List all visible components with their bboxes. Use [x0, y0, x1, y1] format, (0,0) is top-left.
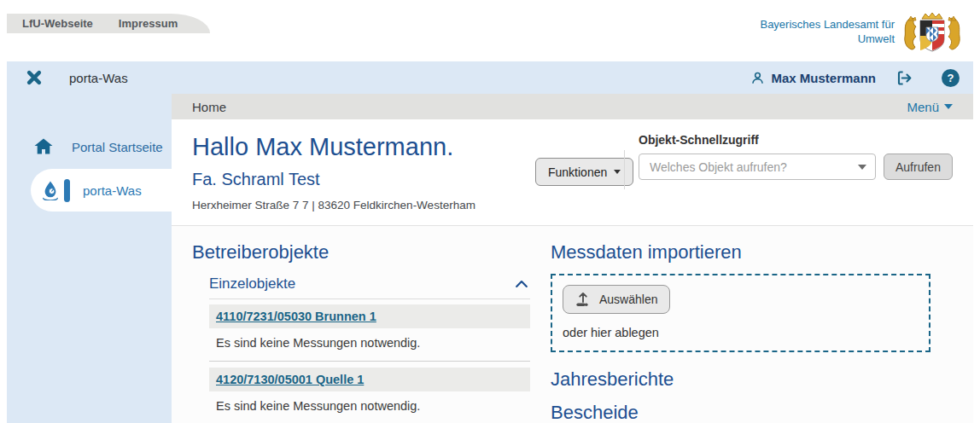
app-bar: porta-Was Max Mustermann ?	[7, 61, 973, 94]
chevron-down-icon	[858, 165, 866, 170]
chevron-down-icon	[944, 104, 953, 109]
single-objects-group: Einzelobjekte 4110/7231/05030 Brunnen 1 …	[209, 275, 530, 423]
functions-button[interactable]: Funktionen	[535, 158, 633, 186]
home-icon	[32, 136, 55, 157]
import-panel: Messdaten importieren Auswählen oder hie…	[551, 236, 930, 423]
annual-reports-title: Jahresberichte	[551, 368, 930, 391]
object-list-item: 4120/7130/05001 Quelle 1 Es sind keine M…	[209, 368, 530, 423]
porta-was-icon	[39, 180, 61, 200]
object-link[interactable]: 4120/7130/05001 Quelle 1	[216, 373, 364, 386]
upload-icon	[575, 291, 592, 308]
object-quick-access: Objekt-Schnellzugriff Aufrufen	[639, 133, 953, 180]
greeting-heading: Hallo Max Mustermann.	[192, 133, 453, 161]
sidebar-item-porta-was[interactable]: porta-Was	[31, 169, 172, 212]
user-menu[interactable]: Max Mustermann	[750, 70, 876, 86]
object-status: Es sind keine Messungen notwendig.	[216, 399, 530, 413]
sidebar: Portal Startseite porta-Was	[7, 94, 172, 423]
functions-button-label: Funktionen	[548, 165, 607, 179]
user-name: Max Mustermann	[771, 71, 876, 85]
object-link-bar: 4110/7231/05030 Brunnen 1	[209, 304, 530, 328]
impressum-link[interactable]: Impressum	[119, 17, 178, 30]
menu-dropdown[interactable]: Menü	[907, 100, 953, 114]
breadcrumb: Home Menü	[172, 94, 973, 119]
object-status: Es sind keine Messungen notwendig.	[216, 336, 530, 350]
app-frame: LfU-Webseite Impressum Bayerisches Lande…	[7, 0, 973, 423]
drop-hint: oder hier ablegen	[563, 326, 919, 339]
company-address: Herxheimer Straße 7 7 | 83620 Feldkirche…	[192, 199, 475, 212]
file-dropzone[interactable]: Auswählen oder hier ablegen	[551, 274, 930, 352]
company-name: Fa. Schraml Test	[192, 170, 320, 189]
object-link[interactable]: 4110/7231/05030 Brunnen 1	[216, 310, 376, 323]
close-icon[interactable]	[26, 69, 43, 86]
select-file-button[interactable]: Auswählen	[563, 285, 670, 314]
quick-access-row: Aufrufen	[639, 154, 953, 180]
chevron-down-icon	[614, 170, 621, 174]
lfu-website-link[interactable]: LfU-Webseite	[22, 17, 93, 30]
breadcrumb-home[interactable]: Home	[192, 100, 226, 114]
body-row: Portal Startseite porta-Was Home	[7, 94, 973, 423]
content-columns: Betreiberobjekte Einzelobjekte 4110/7231…	[172, 226, 973, 423]
notices-title: Bescheide	[551, 402, 930, 423]
single-objects-title: Einzelobjekte	[209, 275, 295, 293]
quick-access-label: Objekt-Schnellzugriff	[639, 133, 953, 147]
operator-objects-panel: Betreiberobjekte Einzelobjekte 4110/7231…	[192, 236, 532, 423]
welcome-section: Hallo Max Mustermann. Fa. Schraml Test H…	[172, 119, 973, 226]
object-link-bar: 4120/7130/05001 Quelle 1	[209, 368, 530, 391]
bavaria-coat-of-arms	[900, 9, 965, 53]
help-icon[interactable]: ?	[942, 69, 960, 87]
porta-was-icon-bar	[64, 179, 70, 202]
sidebar-item-portal-startseite[interactable]: Portal Startseite	[7, 130, 172, 164]
object-list-item: 4110/7231/05030 Brunnen 1 Es sind keine …	[209, 304, 530, 362]
sidebar-item-label: porta-Was	[83, 183, 142, 198]
list-divider	[209, 361, 530, 362]
external-links-bar: LfU-Webseite Impressum	[7, 14, 210, 33]
logout-icon[interactable]	[895, 69, 913, 87]
top-strip: LfU-Webseite Impressum Bayerisches Lande…	[7, 0, 973, 61]
sidebar-item-label: Portal Startseite	[72, 140, 163, 154]
single-objects-header[interactable]: Einzelobjekte	[209, 275, 530, 299]
app-title: porta-Was	[69, 71, 128, 85]
user-icon	[750, 70, 766, 86]
main-area: Home Menü Hallo Max Mustermann. Fa. Schr…	[172, 94, 973, 423]
operator-objects-title: Betreiberobjekte	[192, 241, 532, 264]
import-title: Messdaten importieren	[551, 241, 930, 264]
call-button[interactable]: Aufrufen	[884, 154, 953, 180]
object-select-combobox[interactable]	[639, 154, 876, 180]
object-select-input[interactable]	[648, 159, 858, 175]
select-file-label: Auswählen	[599, 293, 658, 306]
chevron-up-icon[interactable]	[513, 275, 530, 293]
agency-name: Bayerisches Landesamt für Umwelt	[760, 18, 895, 47]
menu-label: Menü	[907, 100, 939, 114]
vertical-divider	[624, 150, 625, 189]
